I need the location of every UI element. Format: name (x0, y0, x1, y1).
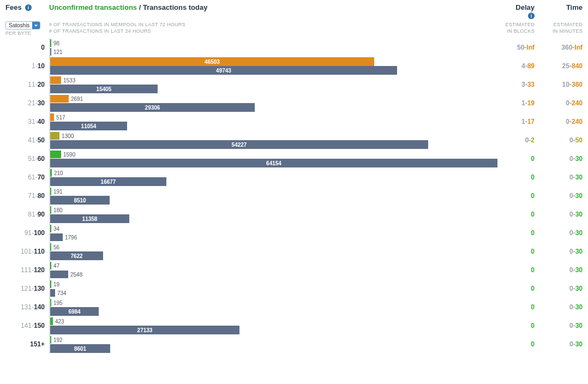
table-row: 131-140195698400-30 (5, 298, 583, 316)
bar-cell: 567622 (49, 242, 502, 261)
mempool-bar[interactable] (50, 39, 51, 47)
today-bar[interactable] (50, 289, 55, 297)
today-bar[interactable]: 27133 (50, 326, 239, 334)
fee-range: 101-110 (5, 242, 49, 261)
mempool-bar[interactable] (50, 113, 54, 121)
mempool-value: 1533 (63, 77, 75, 83)
delay-value: 0 (502, 303, 535, 311)
today-bar[interactable] (50, 233, 63, 241)
today-bar[interactable] (50, 271, 68, 278)
today-bar[interactable] (50, 48, 51, 56)
today-bar[interactable]: 7622 (50, 251, 103, 260)
time-value: 0-30 (550, 322, 583, 329)
delay-value: 0 (502, 229, 535, 237)
info-icon[interactable]: i (25, 4, 32, 11)
mempool-bar[interactable] (50, 243, 51, 251)
fee-range-start: 31- (28, 118, 37, 125)
delay-value: 0 (502, 266, 535, 274)
table-row: 121-1301973400-30 (5, 279, 583, 298)
mempool-bar[interactable] (50, 317, 53, 325)
bar-cell: 19734 (49, 279, 502, 298)
delay-value: 1-17 (502, 118, 535, 125)
table-row: 1-1046503497434-8925-840 (5, 57, 583, 75)
today-bar[interactable]: 6984 (50, 307, 99, 316)
unit-select[interactable]: Satoshis (5, 21, 40, 29)
time-value: 0-30 (550, 285, 583, 292)
today-bar[interactable]: 8510 (50, 196, 110, 205)
today-bar[interactable]: 11358 (50, 214, 129, 223)
delay-heading: Delay (515, 3, 535, 11)
bar-cell: 130054227 (49, 131, 502, 149)
today-value: 11054 (50, 122, 127, 130)
fee-range-start: 81- (28, 211, 37, 218)
delay-value: 0-2 (502, 136, 535, 144)
fee-range: 11-20 (5, 75, 49, 94)
table-row: 151+192860100-30 (5, 335, 583, 353)
fee-range-end: 70 (38, 173, 45, 181)
fee-range-end: 30 (38, 99, 45, 107)
mempool-value: 19 (53, 281, 59, 287)
today-value: 8510 (50, 196, 110, 205)
table-row: 71-80191851000-30 (5, 187, 583, 205)
bar-cell: 159064154 (49, 149, 502, 168)
today-bar[interactable]: 8601 (50, 344, 110, 353)
table-row: 61-702101667700-30 (5, 168, 583, 187)
mempool-bar[interactable] (50, 169, 52, 177)
bar-cell: 42327133 (49, 316, 502, 335)
fee-range: 21-30 (5, 94, 49, 112)
info-icon[interactable]: i (528, 13, 535, 19)
mempool-bar[interactable] (50, 225, 51, 232)
table-row: 81-901801135800-30 (5, 205, 583, 224)
mempool-bar[interactable] (50, 132, 59, 140)
today-bar[interactable]: 54227 (50, 140, 428, 149)
fee-range-end: 80 (38, 192, 45, 200)
fee-range-start: 1- (32, 62, 38, 70)
today-bar[interactable]: 29306 (50, 103, 255, 112)
mempool-value: 180 (53, 207, 63, 213)
today-bar[interactable]: 64154 (50, 159, 497, 167)
mempool-bar[interactable] (50, 206, 51, 214)
table-row: 09812150-Inf360-Inf (5, 38, 583, 57)
today-value: 6984 (50, 307, 99, 316)
table-row: 51-6015906415400-30 (5, 149, 583, 168)
mempool-bar[interactable] (50, 280, 51, 288)
fee-range: 111-120 (5, 261, 49, 279)
mempool-bar[interactable]: 46503 (50, 57, 374, 66)
mempool-bar[interactable] (50, 336, 51, 344)
delay-value: 0 (502, 173, 535, 181)
time-value: 0-50 (550, 136, 583, 144)
fee-range-end: 90 (38, 211, 45, 218)
fee-range: 141-150 (5, 316, 49, 335)
bar-cell: 472548 (49, 261, 502, 279)
fee-range-start: 61- (28, 173, 37, 181)
estimated-blocks-label: ESTIMATED IN BLOCKS (502, 21, 535, 34)
today-bar[interactable]: 11054 (50, 122, 127, 130)
today-value: 27133 (50, 326, 239, 334)
fee-range-start: 51- (28, 155, 37, 163)
table-row: 21-302691293061-190-240 (5, 94, 583, 112)
time-value: 0-30 (550, 303, 583, 311)
mempool-bar[interactable] (50, 95, 69, 103)
mempool-value: 47 (53, 263, 59, 269)
today-value: 8601 (50, 344, 110, 353)
time-value: 0-30 (550, 211, 583, 218)
mempool-bar[interactable] (50, 299, 51, 307)
legend-72h: # OF TRANSACTIONS IN MEMPOOL IN LAST 72 … (49, 21, 502, 28)
tab-today[interactable]: Transactions today (143, 3, 207, 11)
mempool-bar[interactable] (50, 188, 51, 195)
mempool-value: 98 (53, 40, 59, 46)
fee-range: 121-130 (5, 279, 49, 298)
delay-value: 0 (502, 155, 535, 163)
today-bar[interactable]: 15405 (50, 85, 158, 93)
mempool-bar[interactable] (50, 262, 51, 269)
today-bar[interactable]: 49743 (50, 66, 397, 75)
today-bar[interactable]: 16677 (50, 177, 166, 186)
today-value: 64154 (50, 159, 497, 167)
today-value: 49743 (50, 66, 397, 75)
fee-range: 151+ (5, 335, 49, 353)
mempool-bar[interactable] (50, 151, 61, 158)
mempool-bar[interactable] (50, 76, 61, 84)
fee-range-start: 41- (28, 136, 37, 144)
mempool-value: 56 (53, 244, 59, 250)
tab-unconfirmed[interactable]: Unconfirmed transactions (49, 3, 137, 11)
